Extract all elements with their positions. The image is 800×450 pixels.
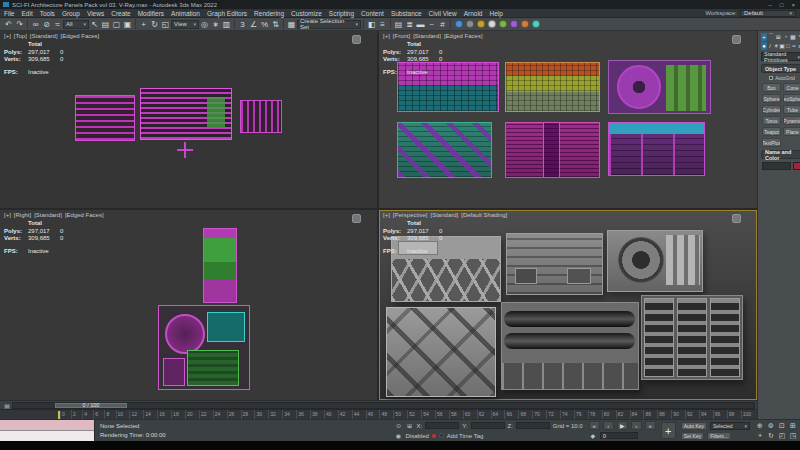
scene-panel-shaded[interactable] <box>386 307 496 397</box>
menu-item-rendering[interactable]: Rendering <box>254 10 284 17</box>
create-tab-icon[interactable]: + <box>761 33 767 41</box>
zoom-icon[interactable]: ⊕ <box>755 421 765 430</box>
viewport-menu-general[interactable]: [+] <box>383 33 390 39</box>
render-in-cloud-icon[interactable] <box>519 19 530 30</box>
menu-item-content[interactable]: Content <box>361 10 384 17</box>
x-coord-field[interactable] <box>425 422 459 429</box>
viewport-menu-shading[interactable]: [Edged Faces] <box>444 33 483 39</box>
go-to-end-button[interactable]: » <box>645 421 656 430</box>
redo-icon[interactable]: ↷ <box>14 19 25 30</box>
menu-item-graph-editors[interactable]: Graph Editors <box>207 10 247 17</box>
menu-item-substance[interactable]: Substance <box>391 10 422 17</box>
scene-panel-pipes-shaded[interactable] <box>501 302 639 390</box>
viewport-menu-shading[interactable]: [Edged Faces] <box>65 212 104 218</box>
align-icon[interactable]: ≡ <box>377 19 388 30</box>
viewcube[interactable] <box>732 214 741 223</box>
angle-snap-icon[interactable]: ∠ <box>248 19 259 30</box>
zoom-all-icon[interactable]: ⊚ <box>766 421 776 430</box>
maximize-button[interactable]: □ <box>780 2 784 8</box>
disabled-status-label[interactable]: Disabled <box>405 433 428 439</box>
key-filters-button[interactable]: Filters... <box>707 432 731 440</box>
maxscript-mini-listener[interactable] <box>0 420 95 441</box>
name-and-color-rollout[interactable]: Name and Color <box>761 150 800 159</box>
menu-item-scripting[interactable]: Scripting <box>329 10 354 17</box>
viewport-menu-pov[interactable]: [Perspective] <box>393 212 428 218</box>
named-selection-sets-dropdown[interactable]: Create Selection Set▾ <box>297 20 361 29</box>
object-button-geosphere[interactable]: GeoSphere <box>783 94 800 103</box>
viewport-perspective[interactable]: [+] [Perspective] [Standard] [Default Sh… <box>379 210 757 400</box>
scene-panel-textured[interactable] <box>608 122 705 176</box>
object-button-plane[interactable]: Plane <box>783 127 800 136</box>
y-coord-field[interactable] <box>471 422 505 429</box>
scene-panel-modules-shaded[interactable] <box>641 295 743 380</box>
material-editor-icon[interactable] <box>453 19 464 30</box>
object-name-field[interactable] <box>762 162 791 170</box>
toggle-scene-explorer-icon[interactable]: ▤ <box>393 19 404 30</box>
object-color-swatch[interactable] <box>793 162 800 170</box>
set-key-button[interactable]: Set Key <box>681 432 705 440</box>
add-time-tag-label[interactable]: Add Time Tag <box>447 433 484 439</box>
mirror-icon[interactable]: ◧ <box>366 19 377 30</box>
z-coord-field[interactable] <box>516 422 550 429</box>
spinner-snap-icon[interactable]: ⇅ <box>270 19 281 30</box>
viewport-menu-shading[interactable]: [Edged Faces] <box>61 33 100 39</box>
key-filter-dropdown[interactable]: Selected▾ <box>710 422 750 430</box>
scene-panel-shaded[interactable] <box>506 233 603 295</box>
viewcube[interactable] <box>352 35 361 44</box>
render-iterative-icon[interactable] <box>497 19 508 30</box>
open-autodesk-app-icon[interactable] <box>530 19 541 30</box>
select-and-manipulate-icon[interactable]: ∗ <box>210 19 221 30</box>
track-bar[interactable]: 0246810121416182022242628303234363840424… <box>0 409 757 419</box>
time-slider[interactable]: ▤ 0 / 100 <box>0 400 757 409</box>
keyboard-shortcut-override-icon[interactable]: ▥ <box>221 19 232 30</box>
menu-item-help[interactable]: Help <box>489 10 502 17</box>
time-slider-track[interactable]: 0 / 100 <box>12 402 755 409</box>
viewport-menu-renderer[interactable]: [Standard] <box>30 33 58 39</box>
scene-panel-side[interactable] <box>203 228 237 303</box>
menu-item-edit[interactable]: Edit <box>21 10 32 17</box>
use-pivot-point-center-icon[interactable]: ◎ <box>199 19 210 30</box>
scene-panel-textured[interactable] <box>505 62 600 112</box>
adaptive-degradation-icon[interactable]: ◉ <box>394 432 402 439</box>
scene-panel-wireframe[interactable] <box>75 95 135 141</box>
object-button-box[interactable]: Box <box>762 83 781 92</box>
reference-coordinate-dropdown[interactable]: View▾ <box>171 20 199 29</box>
menu-item-modifiers[interactable]: Modifiers <box>138 10 164 17</box>
scene-panel-side[interactable] <box>158 305 250 390</box>
orbit-icon[interactable]: ↻ <box>766 431 776 440</box>
percent-snap-icon[interactable]: % <box>259 19 270 30</box>
next-frame-button[interactable]: › <box>631 421 642 430</box>
go-to-start-button[interactable]: « <box>589 421 600 430</box>
menu-item-views[interactable]: Views <box>87 10 104 17</box>
undo-icon[interactable]: ↶ <box>3 19 14 30</box>
edit-named-selection-sets-icon[interactable]: ▦ <box>286 19 297 30</box>
object-button-cylinder[interactable]: Cylinder <box>762 105 781 114</box>
object-button-textplus[interactable]: TextPlus <box>762 138 781 147</box>
viewcube[interactable] <box>352 214 361 223</box>
object-button-sphere[interactable]: Sphere <box>762 94 781 103</box>
activeshade-icon[interactable] <box>508 19 519 30</box>
unlink-selection-icon[interactable]: ⊘ <box>41 19 52 30</box>
rectangular-selection-region-icon[interactable]: ▢ <box>111 19 122 30</box>
select-object-icon[interactable]: ↖ <box>89 19 100 30</box>
viewport-menu-general[interactable]: [+] <box>4 33 11 39</box>
transform-gizmo-plus-icon[interactable]: + <box>661 422 676 439</box>
viewport-menu-renderer[interactable]: [Standard] <box>34 212 62 218</box>
current-frame-field[interactable]: 0 <box>600 432 638 439</box>
viewport-menu-shading[interactable]: [Default Shading] <box>461 212 507 218</box>
scene-panel-textured[interactable] <box>505 122 600 178</box>
zoom-extents-all-icon[interactable]: ⊞ <box>788 421 798 430</box>
menu-item-create[interactable]: Create <box>111 10 131 17</box>
menu-item-civil-view[interactable]: Civil View <box>429 10 457 17</box>
toggle-layer-explorer-icon[interactable]: ≣ <box>404 19 415 30</box>
motion-tab-icon[interactable]: ◔ <box>783 33 789 41</box>
key-mode-toggle-icon[interactable]: ◆ <box>589 432 597 439</box>
viewport-right[interactable]: [+] [Right] [Standard] [Edged Faces] Tot… <box>0 210 377 400</box>
viewport-menu-pov[interactable]: [Right] <box>14 212 31 218</box>
menu-item-tools[interactable]: Tools <box>40 10 55 17</box>
select-and-rotate-icon[interactable]: ↻ <box>149 19 160 30</box>
close-button[interactable]: × <box>791 2 795 8</box>
select-by-name-icon[interactable]: ▤ <box>100 19 111 30</box>
pan-view-icon[interactable]: + <box>755 431 765 440</box>
render-production-icon[interactable] <box>486 19 497 30</box>
